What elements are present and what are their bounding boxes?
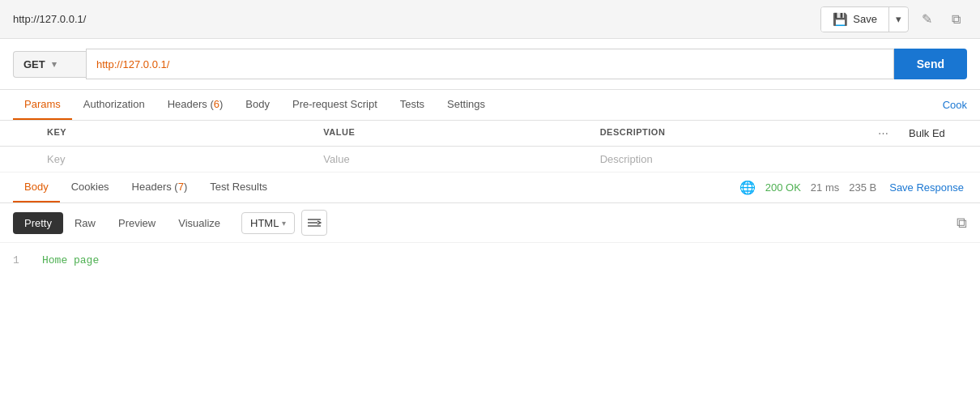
tab-tests[interactable]: Tests [389, 90, 436, 120]
request-bar: GET ▾ Send [0, 39, 980, 90]
col-header-value: VALUE [313, 121, 590, 146]
tab-headers[interactable]: Headers (6) [156, 90, 235, 120]
request-tabs: Params Authorization Headers (6) Body Pr… [0, 90, 980, 121]
save-button[interactable]: 💾 Save [821, 7, 889, 32]
response-status: 200 OK [765, 181, 801, 194]
save-dropdown-button[interactable]: ▾ [889, 8, 908, 30]
row-key-cell[interactable]: Key [37, 147, 313, 172]
tab-cookies[interactable]: Cook [943, 91, 967, 119]
code-area: 1 Home page [0, 243, 980, 279]
tab-headers-label: Headers (6) [168, 98, 224, 110]
view-tab-pretty[interactable]: Pretty [13, 212, 63, 234]
col-header-description: DESCRIPTION [590, 121, 867, 146]
edit-icon: ✎ [922, 12, 932, 26]
copy-icon-button[interactable]: ⧉ [945, 7, 967, 32]
view-tab-visualize[interactable]: Visualize [167, 212, 232, 234]
res-tab-cookies-label: Cookies [71, 181, 109, 193]
tab-settings-label: Settings [447, 98, 485, 110]
response-meta: 🌐 200 OK 21 ms 235 B Save Response [730, 180, 967, 195]
line-number: 1 [13, 253, 29, 270]
method-select[interactable]: GET ▾ [13, 51, 86, 78]
row-description-cell[interactable]: Description [590, 147, 867, 172]
res-tab-test-results[interactable]: Test Results [198, 173, 279, 202]
method-chevron-icon: ▾ [52, 59, 57, 70]
tab-authorization[interactable]: Authorization [72, 90, 156, 120]
save-icon: 💾 [833, 12, 848, 27]
response-size: 235 B [849, 181, 876, 194]
res-tab-test-results-label: Test Results [210, 181, 267, 193]
tab-authorization-label: Authorization [83, 98, 145, 110]
tab-cookies-label: Cook [943, 99, 967, 111]
tab-params[interactable]: Params [13, 90, 72, 120]
edit-icon-button[interactable]: ✎ [915, 6, 939, 32]
top-bar-url: http://127.0.0.1/ [13, 13, 86, 25]
view-tab-raw[interactable]: Raw [63, 212, 107, 234]
save-label: Save [853, 13, 877, 25]
copy-icon: ⧉ [952, 12, 961, 26]
more-options-icon[interactable]: ⋯ [867, 121, 899, 146]
tab-prerequest-label: Pre-request Script [292, 98, 377, 110]
response-time: 21 ms [811, 181, 839, 194]
format-select[interactable]: HTML ▾ [241, 212, 295, 234]
res-tab-headers-label: Headers (7) [132, 181, 188, 193]
response-tabs: Body Cookies Headers (7) Test Results 🌐 … [0, 173, 980, 203]
wrap-icon-button[interactable] [301, 210, 327, 236]
tab-settings[interactable]: Settings [436, 90, 496, 120]
top-bar: http://127.0.0.1/ 💾 Save ▾ ✎ ⧉ [0, 0, 980, 39]
res-tab-body-label: Body [24, 181, 49, 193]
response-view-actions: ⧉ [957, 215, 967, 232]
format-label: HTML [250, 217, 279, 229]
response-view-tabs: Pretty Raw Preview Visualize HTML ▾ ⧉ [0, 203, 980, 243]
tab-body-label: Body [245, 98, 270, 110]
save-btn-group: 💾 Save ▾ [820, 6, 909, 32]
send-button[interactable]: Send [894, 49, 967, 79]
params-table-header: KEY VALUE DESCRIPTION ⋯ Bulk Ed [0, 121, 980, 147]
method-label: GET [23, 58, 45, 70]
res-tab-cookies[interactable]: Cookies [60, 173, 121, 202]
view-tab-preview[interactable]: Preview [107, 212, 167, 234]
res-tab-body[interactable]: Body [13, 173, 60, 202]
res-headers-count: 7 [178, 181, 184, 193]
tab-tests-label: Tests [400, 98, 424, 110]
format-chevron-icon: ▾ [282, 219, 286, 228]
url-input[interactable] [86, 49, 894, 79]
code-line-1: 1 Home page [13, 253, 967, 270]
col-header-bulk-edit[interactable]: Bulk Ed [899, 121, 980, 146]
row-value-cell[interactable]: Value [313, 147, 590, 172]
chevron-down-icon: ▾ [896, 13, 901, 25]
tab-body[interactable]: Body [234, 90, 281, 120]
header-checkbox-col [13, 121, 37, 146]
table-row: Key Value Description [0, 147, 980, 173]
wrap-lines-icon [307, 217, 322, 228]
params-table: KEY VALUE DESCRIPTION ⋯ Bulk Ed Key Valu… [0, 121, 980, 173]
res-tab-headers[interactable]: Headers (7) [121, 173, 199, 202]
headers-count: 6 [214, 98, 219, 110]
copy-response-button[interactable]: ⧉ [957, 215, 967, 232]
save-response-button[interactable]: Save Response [886, 181, 967, 194]
tab-params-label: Params [24, 98, 61, 110]
top-bar-actions: 💾 Save ▾ ✎ ⧉ [820, 6, 967, 32]
tab-prerequest[interactable]: Pre-request Script [281, 90, 389, 120]
code-content: Home page [42, 253, 99, 270]
copy-icon: ⧉ [957, 215, 967, 231]
globe-icon: 🌐 [739, 180, 756, 195]
row-checkbox [13, 147, 37, 172]
col-header-key: KEY [37, 121, 313, 146]
